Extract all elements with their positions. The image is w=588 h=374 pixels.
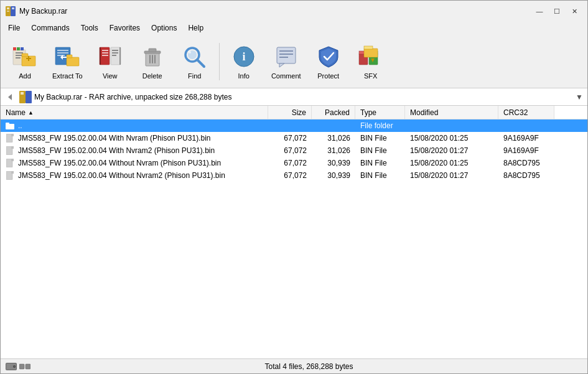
extract-label: Extract To	[52, 72, 83, 80]
close-button[interactable]: ✕	[566, 5, 582, 17]
cell-size	[268, 125, 312, 126]
svg-rect-38	[154, 55, 156, 63]
protect-button[interactable]: Protect	[308, 39, 349, 84]
minimize-button[interactable]: —	[531, 5, 548, 17]
svg-rect-21	[67, 55, 72, 58]
sort-arrow: ▲	[28, 110, 34, 116]
cell-modified: 15/08/2020 01:25	[405, 158, 498, 168]
delete-button[interactable]: Delete	[132, 39, 173, 84]
cell-packed: 31,026	[312, 146, 355, 156]
col-header-crc[interactable]: CRC32	[498, 106, 554, 119]
view-button[interactable]: View	[90, 39, 131, 84]
file-icon	[6, 159, 14, 167]
svg-rect-2	[7, 7, 9, 9]
sfx-button[interactable]: SFX	[350, 39, 391, 84]
add-label: Add	[19, 72, 31, 80]
col-header-name[interactable]: Name ▲	[1, 106, 268, 119]
menu-item-options[interactable]: Options	[146, 22, 182, 34]
svg-point-42	[189, 51, 191, 54]
view-label: View	[103, 72, 118, 80]
svg-rect-71	[11, 159, 14, 161]
maximize-button[interactable]: ☐	[549, 5, 565, 17]
menu-item-tools[interactable]: Tools	[76, 22, 103, 34]
menu-item-help[interactable]: Help	[183, 22, 208, 34]
svg-rect-61	[6, 124, 14, 129]
svg-marker-57	[8, 94, 12, 100]
cell-name: JMS583_FW 195.02.00.04 Without Nvram (Ph…	[1, 158, 268, 168]
address-bar: My Backup.rar - RAR archive, unpacked si…	[1, 88, 587, 106]
svg-rect-29	[119, 47, 121, 65]
app-icon	[6, 6, 16, 16]
svg-rect-19	[57, 55, 65, 56]
col-header-modified[interactable]: Modified	[405, 106, 498, 119]
svg-rect-59	[26, 91, 32, 103]
col-header-packed[interactable]: Packed	[312, 106, 355, 119]
cell-crc: 9A169A9F	[498, 146, 554, 156]
cell-type: File folder	[355, 121, 405, 131]
file-list-header: Name ▲ Size Packed Type Modified CRC32	[1, 106, 587, 119]
cell-modified: 15/08/2020 01:25	[405, 133, 498, 143]
title-bar: My Backup.rar — ☐ ✕	[1, 1, 587, 21]
svg-rect-48	[279, 54, 293, 55]
table-row[interactable]: JMS583_FW 195.02.00.04 With Nvram2 (Phis…	[1, 144, 587, 157]
svg-rect-9	[13, 47, 16, 50]
cell-crc: 8A8CD795	[498, 171, 554, 180]
cell-packed: 31,026	[312, 133, 355, 143]
info-icon: i	[229, 44, 259, 70]
svg-point-78	[14, 366, 15, 367]
extract-to-button[interactable]: Extract To	[47, 39, 88, 84]
menu-item-file[interactable]: File	[3, 22, 25, 34]
file-icon	[6, 171, 14, 180]
table-row[interactable]: JMS583_FW 195.02.00.04 Without Nvram (Ph…	[1, 157, 587, 169]
address-text: My Backup.rar - RAR archive, unpacked si…	[34, 93, 571, 101]
cell-name: JMS583_FW 195.02.00.04 With Nvram (Phiso…	[1, 133, 268, 143]
table-row[interactable]: JMS583_FW 195.02.00.04 With Nvram (Phiso…	[1, 132, 587, 144]
menu-bar: FileCommandsToolsFavoritesOptionsHelp	[1, 21, 587, 35]
svg-rect-55	[364, 46, 373, 49]
col-header-type[interactable]: Type	[355, 106, 405, 119]
add-button[interactable]: Add	[4, 39, 45, 84]
cell-type: BIN File	[355, 133, 405, 143]
svg-rect-6	[16, 52, 23, 54]
toolbar: Add Extract To	[1, 35, 587, 88]
find-icon	[180, 44, 210, 70]
cell-name: JMS583_FW 195.02.00.04 Without Nvram2 (P…	[1, 171, 268, 180]
cell-type: BIN File	[355, 171, 405, 180]
status-text: Total 4 files, 268,288 bytes	[35, 362, 582, 371]
cell-size: 67,072	[268, 171, 312, 180]
status-icons	[6, 363, 30, 370]
col-header-size[interactable]: Size	[268, 106, 312, 119]
table-row[interactable]: ..File folder	[1, 119, 587, 132]
svg-rect-47	[279, 50, 293, 52]
menu-item-favorites[interactable]: Favorites	[105, 22, 145, 34]
cell-type: BIN File	[355, 158, 405, 168]
address-dropdown-button[interactable]: ▼	[574, 93, 585, 101]
svg-rect-45	[277, 47, 296, 63]
main-window: My Backup.rar — ☐ ✕ FileCommandsToolsFav…	[0, 0, 588, 374]
cell-size: 67,072	[268, 133, 312, 143]
find-button[interactable]: Find	[174, 39, 215, 84]
cell-name: ..	[1, 121, 268, 131]
protect-icon	[314, 44, 343, 70]
svg-rect-32	[112, 55, 116, 56]
cell-size: 67,072	[268, 146, 312, 156]
cell-name: JMS583_FW 195.02.00.04 With Nvram2 (Phis…	[1, 146, 268, 156]
svg-rect-30	[112, 50, 118, 51]
back-button[interactable]	[3, 90, 17, 104]
file-icon	[6, 134, 14, 143]
menu-item-commands[interactable]: Commands	[26, 22, 74, 34]
info-label: Info	[238, 72, 250, 80]
comment-button[interactable]: Comment	[266, 39, 307, 84]
cell-type: BIN File	[355, 146, 405, 156]
svg-rect-27	[102, 55, 108, 56]
sfx-label: SFX	[364, 72, 377, 80]
svg-rect-8	[16, 57, 21, 58]
svg-text:i: i	[242, 50, 245, 63]
cell-modified	[405, 125, 498, 126]
info-button[interactable]: i Info	[223, 39, 264, 84]
table-row[interactable]: JMS583_FW 195.02.00.04 Without Nvram2 (P…	[1, 169, 587, 182]
cell-packed: 30,939	[312, 158, 355, 168]
svg-rect-17	[57, 50, 68, 51]
svg-rect-54	[364, 49, 378, 57]
svg-rect-24	[100, 47, 101, 65]
